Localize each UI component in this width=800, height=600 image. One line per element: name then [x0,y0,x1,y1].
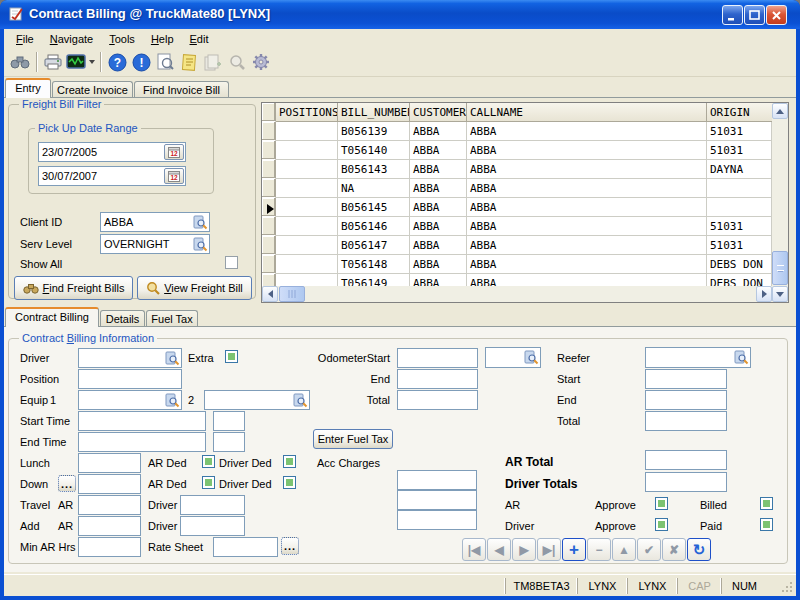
table-cell[interactable]: B056146 [338,217,410,236]
table-row[interactable]: T056140ABBAABBA51031 [262,141,772,160]
horizontal-scrollbar[interactable] [262,286,772,302]
table-cell[interactable] [707,179,772,198]
tab-find-invoice-bill[interactable]: Find Invoice Bill [134,81,229,98]
table-cell[interactable]: B056147 [338,236,410,255]
reefer-end-input[interactable] [645,390,727,410]
travel-driver-input[interactable] [180,495,245,515]
table-cell[interactable]: ABBA [467,141,707,160]
column-header[interactable]: ORIGIN [707,103,772,122]
notes-toolbar-button[interactable] [178,51,200,73]
table-cell[interactable] [276,198,338,217]
acc-charges-input-3[interactable] [397,510,477,530]
add-document-toolbar-button[interactable] [202,51,224,73]
table-cell[interactable] [276,179,338,198]
odometer-end-input[interactable] [397,369,478,389]
minimize-button[interactable] [722,5,743,25]
ar-approve-checkbox[interactable] [655,497,668,510]
vertical-scroll-thumb[interactable] [772,251,788,285]
nav-edit-button[interactable]: ▲ [612,538,636,561]
table-row[interactable]: B056145ABBAABBA [262,198,772,217]
rate-sheet-input[interactable] [213,537,278,557]
table-row[interactable]: B056139ABBAABBA51031 [262,122,772,141]
menu-help[interactable]: Help [143,32,182,46]
paid-checkbox[interactable] [760,518,773,531]
nav-cancel-button[interactable]: ✘ [662,538,686,561]
table-cell[interactable]: ABBA [410,160,467,179]
nav-next-button[interactable]: ▶ [512,538,536,561]
table-cell[interactable]: 51031 [707,141,772,160]
column-header[interactable]: POSITIONS [276,103,338,122]
table-cell[interactable]: B056145 [338,198,410,217]
lookup-icon[interactable] [293,393,308,410]
monitor-toolbar-button[interactable] [65,51,87,73]
table-cell[interactable]: ABBA [467,198,707,217]
down-driver-ded-checkbox[interactable] [283,476,296,489]
menu-file[interactable]: File [8,32,42,46]
table-cell[interactable]: B056143 [338,160,410,179]
table-cell[interactable]: ABBA [410,255,467,274]
column-header[interactable]: CALLNAME [467,103,707,122]
client-id-input[interactable]: ABBA [100,212,210,232]
table-cell[interactable]: ABBA [467,179,707,198]
view-freight-bill-button[interactable]: View Freight Bill [137,276,252,300]
travel-ar-input[interactable] [78,495,141,515]
table-cell[interactable]: ABBA [410,236,467,255]
find-toolbar-button[interactable] [9,51,31,73]
lookup-icon[interactable] [165,393,180,410]
odometer-total-input[interactable] [397,390,478,410]
acc-charges-input-2[interactable] [397,490,477,510]
odometer-lookup-input[interactable] [485,347,541,368]
table-cell[interactable]: 51031 [707,236,772,255]
lunch-input[interactable] [78,453,141,473]
odometer-start-input[interactable] [397,348,478,368]
table-cell[interactable]: DAYNA [707,160,772,179]
nav-post-button[interactable]: ✔ [637,538,661,561]
lookup-icon[interactable] [524,350,539,367]
lunch-ar-ded-checkbox[interactable] [202,455,215,468]
enter-fuel-tax-button[interactable]: Enter Fuel Tax [313,429,393,449]
nav-last-button[interactable]: ▶| [537,538,561,561]
table-cell[interactable]: ABBA [410,179,467,198]
tab-entry[interactable]: Entry [5,78,51,98]
preview-toolbar-button[interactable] [154,51,176,73]
table-cell[interactable]: 51031 [707,122,772,141]
table-row[interactable]: B056147ABBAABBA51031 [262,236,772,255]
nav-first-button[interactable]: |◀ [462,538,486,561]
table-cell[interactable]: T056148 [338,255,410,274]
billed-checkbox[interactable] [760,497,773,510]
column-header[interactable]: CUSTOMER [410,103,467,122]
table-cell[interactable] [276,141,338,160]
table-row[interactable]: T056148ABBAABBADEBS DON [262,255,772,274]
table-cell[interactable]: NA [338,179,410,198]
table-cell[interactable] [276,160,338,179]
help-toolbar-button[interactable]: ? [106,51,128,73]
extra-checkbox[interactable] [225,350,238,363]
table-row[interactable]: NAABBAABBA [262,179,772,198]
add-ar-input[interactable] [78,516,141,536]
lunch-driver-ded-checkbox[interactable] [283,455,296,468]
dropdown-arrow-icon[interactable] [89,60,95,64]
show-all-checkbox[interactable] [225,256,238,269]
nav-refresh-button[interactable]: ↻ [687,538,711,561]
table-cell[interactable] [276,236,338,255]
reefer-start-input[interactable] [645,369,727,389]
table-cell[interactable]: ABBA [410,217,467,236]
lookup-icon[interactable] [165,351,180,368]
table-cell[interactable]: B056139 [338,122,410,141]
find-freight-bills-button[interactable]: Find Freight Bills [14,276,133,300]
close-button[interactable] [766,5,787,25]
table-cell[interactable]: ABBA [467,255,707,274]
table-cell[interactable]: DEBS DON [707,255,772,274]
table-cell[interactable] [707,198,772,217]
min-ar-hrs-input[interactable] [78,537,141,557]
position-input[interactable] [78,369,182,389]
nav-delete-button[interactable]: − [587,538,611,561]
maximize-button[interactable] [744,5,765,25]
down-ar-ded-checkbox[interactable] [202,476,215,489]
menu-edit[interactable]: Edit [182,32,217,46]
reefer-input[interactable] [645,347,751,368]
rate-sheet-ellipsis-button[interactable]: ... [281,537,299,555]
tab-details[interactable]: Details [100,310,145,327]
menu-tools[interactable]: Tools [101,32,143,46]
table-cell[interactable]: ABBA [467,217,707,236]
